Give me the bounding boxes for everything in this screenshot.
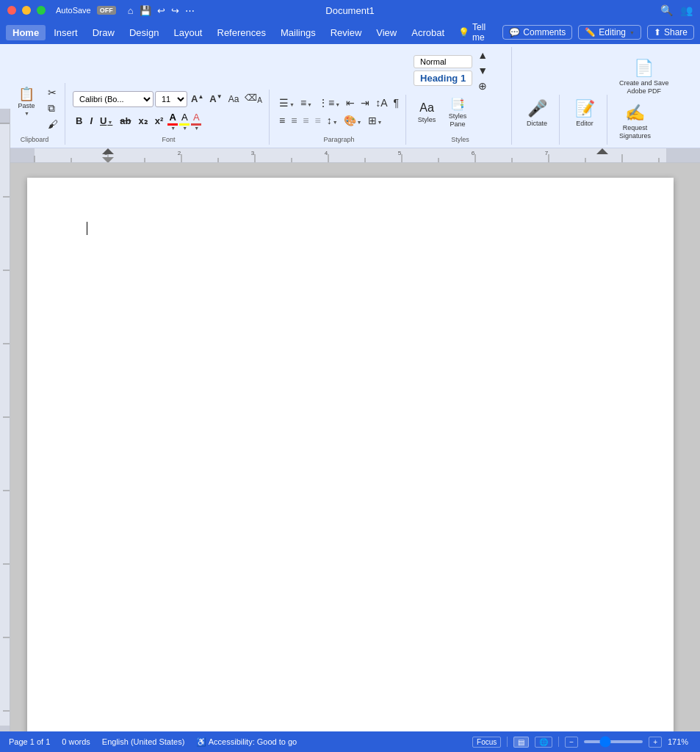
highlight-color-button[interactable]: A ▼ <box>179 112 190 131</box>
zoom-out-button[interactable]: − <box>565 737 578 748</box>
save-icon[interactable]: 💾 <box>140 5 151 16</box>
menu-item-insert[interactable]: Insert <box>47 25 84 40</box>
editing-button[interactable]: ✏️ Editing ▼ <box>578 25 641 40</box>
focus-button[interactable]: Focus <box>472 737 501 748</box>
styles-pane-button[interactable]: 📑 StylesPane <box>444 95 471 131</box>
increase-font-button[interactable]: A▲ <box>189 93 206 105</box>
shading-button[interactable]: 🎨▼ <box>342 114 364 127</box>
title-bar: AutoSave OFF ⌂ 💾 ↩ ↪ ⋯ Document1 🔍 👥 <box>0 0 700 21</box>
menu-item-layout[interactable]: Layout <box>167 25 209 40</box>
increase-indent-button[interactable]: ⇥ <box>358 96 372 109</box>
voice-group: 🎤 Dictate <box>515 95 560 145</box>
redo-icon[interactable]: ↪ <box>171 5 179 16</box>
search-titlebar-icon[interactable]: 🔍 <box>660 4 673 16</box>
print-layout-button[interactable]: ▤ <box>513 737 529 748</box>
styles-icon: Aа <box>419 101 434 115</box>
ruler-svg: 1 2 3 4 5 6 7 <box>0 148 700 162</box>
undo-icon[interactable]: ↩ <box>157 5 165 16</box>
copy-button[interactable]: ⧉ <box>46 101 60 115</box>
share-button[interactable]: ⬆ Share <box>647 25 694 40</box>
horizontal-ruler: 1 2 3 4 5 6 7 <box>0 148 700 163</box>
comments-button[interactable]: 💬 Comments <box>502 25 572 40</box>
contact-icon[interactable]: 👥 <box>680 4 693 16</box>
paragraph-label: Paragraph <box>277 133 401 143</box>
subscript-button[interactable]: x₂ <box>136 113 151 129</box>
create-pdf-button[interactable]: 📄 Create and SaveAdobe PDF <box>615 56 674 98</box>
menu-item-review[interactable]: Review <box>324 25 369 40</box>
align-center-button[interactable]: ≡ <box>289 114 299 127</box>
align-left-button[interactable]: ≡ <box>277 114 287 127</box>
document-page[interactable] <box>27 178 674 752</box>
superscript-button[interactable]: x² <box>152 113 167 129</box>
zoom-in-button[interactable]: + <box>649 737 662 748</box>
underline-button[interactable]: U▼ <box>97 113 115 129</box>
dictate-button[interactable]: 🎤 Dictate <box>519 96 555 131</box>
font-color-button[interactable]: A ▼ <box>167 112 178 131</box>
menu-item-acrobat[interactable]: Acrobat <box>405 25 451 40</box>
menu-item-design[interactable]: Design <box>123 25 165 40</box>
accessibility-info: ♿ Accessibility: Good to go <box>196 737 297 747</box>
home-icon[interactable]: ⌂ <box>128 5 134 16</box>
text-color-button[interactable]: A ▼ <box>191 112 201 131</box>
paragraph-group: ☰▼ ≡▼ ⋮≡▼ ⇤ ⇥ ↕A ¶ ≡ ≡ ≡ ≡ ↕▼ 🎨▼ ⊞▼ Para… <box>273 95 406 145</box>
web-layout-button[interactable]: 🌐 <box>535 737 552 748</box>
vertical-ruler <box>0 109 10 731</box>
tell-me-input[interactable]: 💡 Tell me <box>452 21 497 44</box>
format-painter-button[interactable]: 🖌 <box>46 118 60 131</box>
line-spacing-button[interactable]: ↕▼ <box>325 114 340 127</box>
more-icon[interactable]: ⋯ <box>185 5 195 16</box>
menu-item-references[interactable]: References <box>211 25 273 40</box>
styles-scroll-up[interactable]: ▲ <box>475 48 490 62</box>
show-formatting-button[interactable]: ¶ <box>391 96 401 109</box>
font-size-select[interactable]: 11 8910 1214161824 <box>155 91 187 107</box>
menu-item-mailings[interactable]: Mailings <box>274 25 322 40</box>
style-normal[interactable]: Normal <box>414 55 472 68</box>
status-sep-1 <box>507 737 508 747</box>
status-sep-2 <box>558 737 559 747</box>
align-right-button[interactable]: ≡ <box>300 114 311 127</box>
borders-button[interactable]: ⊞▼ <box>366 114 385 127</box>
clear-format-button[interactable]: ⌫A <box>242 92 264 105</box>
text-cursor <box>87 222 87 235</box>
sort-button[interactable]: ↕A <box>373 96 389 109</box>
language-info: English (United States) <box>102 737 185 746</box>
menu-item-draw[interactable]: Draw <box>86 25 121 40</box>
justify-button[interactable]: ≡ <box>313 114 323 127</box>
styles-scroll-down[interactable]: ▼ <box>475 64 490 77</box>
document-area[interactable] <box>0 163 700 752</box>
ribbon: 📋 Paste ▼ ✂ ⧉ 🖌 Clipboard Calibri (Bo...… <box>0 44 700 148</box>
style-heading1[interactable]: Heading 1 <box>414 70 472 86</box>
cut-button[interactable]: ✂ <box>46 86 60 99</box>
close-button[interactable] <box>7 6 16 15</box>
italic-button[interactable]: I <box>87 113 95 129</box>
bullets-button[interactable]: ☰▼ <box>277 96 297 109</box>
paste-button[interactable]: 📋 Paste ▼ <box>9 84 44 120</box>
menu-item-view[interactable]: View <box>369 25 403 40</box>
decrease-indent-button[interactable]: ⇤ <box>344 96 357 109</box>
editor-button[interactable]: 📝 Editor <box>567 96 602 131</box>
decrease-font-button[interactable]: A▼ <box>207 93 224 105</box>
numbering-button[interactable]: ≡▼ <box>298 96 314 109</box>
request-signatures-button[interactable]: ✍ RequestSignatures <box>615 101 655 143</box>
menu-item-home[interactable]: Home <box>6 25 46 40</box>
bold-button[interactable]: B <box>73 113 85 129</box>
styles-button[interactable]: Aа Styles <box>414 95 440 131</box>
font-name-select[interactable]: Calibri (Bo... Arial Times New Roman <box>73 91 154 107</box>
svg-text:2: 2 <box>178 150 181 156</box>
pencil-icon: ✏️ <box>585 27 596 37</box>
strikethrough-button[interactable]: ab <box>117 113 134 129</box>
svg-text:7: 7 <box>545 150 549 156</box>
styles-more[interactable]: ⊕ <box>476 79 489 93</box>
change-case-button[interactable]: Aa <box>226 93 242 105</box>
svg-rect-29 <box>0 109 10 123</box>
minimize-button[interactable] <box>22 6 31 15</box>
clipboard-group: 📋 Paste ▼ ✂ ⧉ 🖌 Clipboard <box>4 83 65 145</box>
multilevel-list-button[interactable]: ⋮≡▼ <box>316 96 342 109</box>
styles-group: Normal Heading 1 ▲ ▼ ⊕ Aа Styles 📑 Style… <box>409 47 512 145</box>
word-count: 0 words <box>62 737 90 746</box>
zoom-level: 171% <box>668 737 691 746</box>
zoom-slider[interactable] <box>584 740 643 743</box>
autosave-off-badge[interactable]: OFF <box>97 6 116 15</box>
maximize-button[interactable] <box>37 6 46 15</box>
pdf-icon: 📄 <box>634 59 654 78</box>
